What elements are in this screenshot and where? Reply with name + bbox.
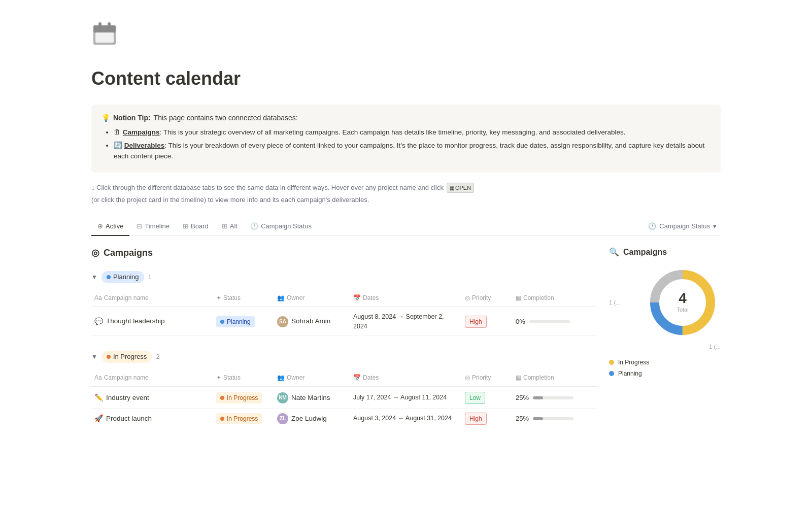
inprogress-group: ▼ In Progress 2 Aa Campaign name ✦ Statu… (91, 348, 597, 429)
th-owner-inprogress: 👥 Owner (274, 371, 350, 384)
campaigns-section-icon: ◎ (91, 246, 99, 260)
thought-leadership-priority: High (462, 308, 513, 335)
active-tab-icon: ⊕ (97, 221, 103, 231)
svg-rect-2 (95, 32, 114, 43)
industry-event-status-pill: In Progress (216, 392, 262, 403)
tip-body: This page contains two connected databas… (154, 113, 298, 123)
thought-leadership-bar-bg (529, 320, 570, 323)
inprogress-group-header[interactable]: ▼ In Progress 2 (91, 348, 597, 366)
planning-badge: Planning (101, 271, 144, 283)
th-status-planning: ✦ Status (213, 291, 274, 305)
planning-group-header[interactable]: ▼ Planning 1 (91, 268, 597, 286)
industry-event-priority-badge: Low (465, 392, 485, 404)
thought-leadership-completion: 0% (513, 308, 604, 335)
thought-leadership-dates: August 8, 2024 → September 2, 2024 (350, 308, 462, 335)
product-launch-name: 🚀 Product launch (91, 409, 213, 429)
legend-dot-inprogress (609, 360, 614, 365)
sohrab-avatar: SA (277, 316, 288, 327)
thought-leadership-owner: SA Sohrab Amin (274, 308, 350, 335)
filter-chevron: ▾ (713, 221, 717, 231)
inprogress-badge: In Progress (101, 351, 152, 363)
filter-icon: 🕐 (648, 221, 656, 231)
tip-prefix: Notion Tip: (113, 113, 151, 123)
planning-chevron: ▼ (91, 273, 97, 282)
tab-active[interactable]: ⊕ Active (91, 217, 129, 236)
planning-dot (107, 275, 111, 279)
tab-campaign-status[interactable]: 🕐 Campaign Status (244, 217, 318, 236)
th-completion-inprogress: ▦ Completion (513, 371, 604, 384)
th-completion-planning: ▦ Completion (513, 291, 604, 305)
chart-label-bottom: 1 (... (709, 343, 721, 351)
product-launch-dates: August 3, 2024 → August 31, 2024 (350, 409, 462, 429)
tip-list: 🗓 Campaigns: This is your strategic over… (101, 127, 710, 161)
tabs-bar: ⊕ Active ⊟ Timeline ⊞ Board ⊞ All 🕐 Camp… (91, 217, 721, 236)
donut-center: 4 Total (676, 291, 688, 314)
svg-rect-4 (108, 22, 111, 28)
open-badge: ▦ OPEN (447, 183, 474, 193)
product-launch-status: In Progress (213, 409, 274, 429)
right-section-title: 🔍 Campaigns (609, 246, 721, 258)
zoe-avatar: ZL (277, 413, 288, 424)
legend-planning: Planning (609, 369, 721, 378)
inprogress-dot (107, 355, 111, 359)
industry-event-owner: NM Nate Martins (274, 388, 350, 408)
tip-header: 💡 Notion Tip: This page contains two con… (101, 113, 710, 123)
page-container: Content calendar 💡 Notion Tip: This page… (51, 0, 761, 482)
instruction-text: ↓ Click through the different database t… (91, 183, 721, 205)
thought-leadership-priority-badge: High (465, 316, 487, 328)
th-owner-planning: 👥 Owner (274, 291, 350, 305)
donut-chart-container: 1 (... (609, 264, 721, 380)
tip-emoji: 💡 (101, 113, 110, 123)
th-priority-inprogress: ◎ Priority (462, 371, 513, 384)
tab-timeline[interactable]: ⊟ Timeline (130, 217, 176, 236)
planning-table-header: Aa Campaign name ✦ Status 👥 Owner 📅 Date… (91, 289, 597, 307)
inprogress-chevron: ▼ (91, 352, 97, 361)
th-status-inprogress: ✦ Status (213, 371, 274, 384)
legend-dot-planning (609, 371, 614, 376)
th-priority-planning: ◎ Priority (462, 291, 513, 305)
tab-all[interactable]: ⊞ All (216, 217, 243, 236)
tip-item-campaigns: 🗓 Campaigns: This is your strategic over… (114, 127, 710, 138)
campaign-status-tab-icon: 🕐 (250, 221, 258, 231)
svg-rect-1 (93, 25, 116, 32)
th-dates-planning: 📅 Dates (350, 291, 462, 305)
tabs-filter[interactable]: 🕐 Campaign Status ▾ (644, 219, 721, 233)
industry-event-status: In Progress (213, 388, 274, 408)
campaigns-section-title: ◎ Campaigns (91, 246, 597, 260)
industry-event-icon: ✏️ (94, 392, 103, 403)
legend-inprogress: In Progress (609, 358, 721, 367)
all-tab-icon: ⊞ (222, 221, 227, 231)
page-title: Content calendar (91, 65, 721, 92)
th-campaign-name-inprogress: Aa Campaign name (91, 371, 213, 384)
thought-leadership-status: Planning (213, 308, 274, 335)
industry-event-dates: July 17, 2024 → August 11, 2024 (350, 388, 462, 408)
th-dates-inprogress: 📅 Dates (350, 371, 462, 384)
product-launch-owner: ZL Zoe Ludwig (274, 409, 350, 429)
tip-box: 💡 Notion Tip: This page contains two con… (91, 105, 721, 173)
tip-item-deliverables: 🔄 Deliverables: This is your breakdown o… (114, 141, 710, 161)
page-icon (91, 20, 721, 57)
product-launch-bar-bg (533, 417, 573, 420)
thought-leadership-name: 💬 Thought leadership (91, 308, 213, 335)
row-product-launch[interactable]: 🚀 Product launch In Progress ZL Zoe Ludw… (91, 409, 597, 429)
thought-leadership-status-pill: Planning (216, 316, 255, 327)
inprogress-table-header: Aa Campaign name ✦ Status 👥 Owner 📅 Date… (91, 369, 597, 387)
tab-board[interactable]: ⊞ Board (177, 217, 215, 236)
industry-event-completion: 25% (513, 388, 604, 408)
th-campaign-name-planning: Aa Campaign name (91, 291, 213, 305)
main-layout: ◎ Campaigns ▼ Planning 1 Aa Campaign nam (91, 246, 721, 442)
right-panel: 🔍 Campaigns 1 (... (609, 246, 721, 442)
product-launch-priority-badge: High (465, 413, 487, 425)
product-launch-bar-fill (533, 417, 543, 420)
industry-event-name: ✏️ Industry event (91, 388, 213, 408)
tabs-left: ⊕ Active ⊟ Timeline ⊞ Board ⊞ All 🕐 Camp… (91, 217, 318, 236)
left-panel: ◎ Campaigns ▼ Planning 1 Aa Campaign nam (91, 246, 597, 442)
row-thought-leadership[interactable]: 💬 Thought leadership Planning SA Sohrab … (91, 308, 597, 336)
product-launch-priority: High (462, 409, 513, 429)
product-launch-icon: 🚀 (94, 413, 103, 424)
row-industry-event[interactable]: ✏️ Industry event In Progress NM Nate Ma… (91, 388, 597, 409)
planning-group: ▼ Planning 1 Aa Campaign name ✦ Status (91, 268, 597, 335)
donut-chart: 4 Total (645, 264, 721, 341)
nate-avatar: NM (277, 392, 288, 403)
product-launch-status-pill: In Progress (216, 413, 262, 424)
